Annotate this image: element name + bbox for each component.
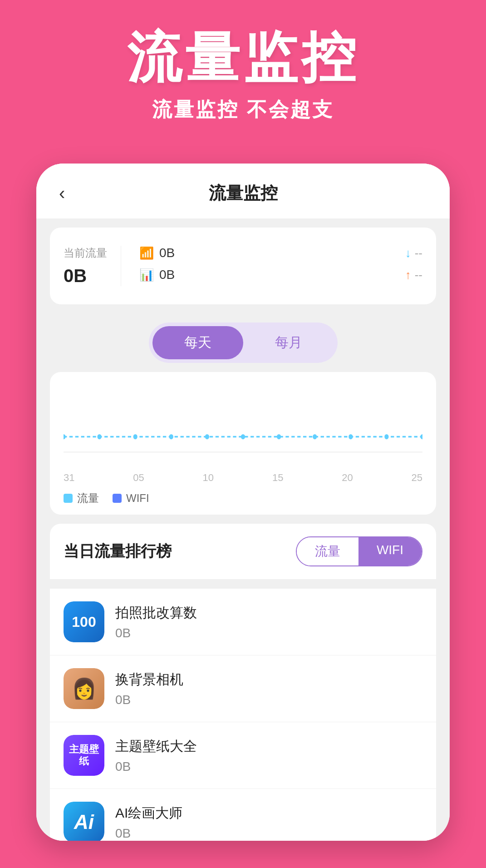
hero-title: 流量监控: [18, 27, 468, 87]
ranking-section: 当日流量排行榜 流量 WIFI 100 拍照批改算数 0B 👩 换背景相机 0B: [50, 524, 436, 841]
back-button[interactable]: ‹: [59, 183, 65, 203]
legend-wifi-label: WIFI: [126, 492, 149, 505]
app-header: ‹ 流量监控: [36, 164, 450, 218]
ranking-header: 当日流量排行榜 流量 WIFI: [50, 524, 436, 579]
upload-dir: ↑ --: [405, 268, 422, 282]
app-usage: 0B: [115, 626, 422, 640]
app-list-item: 👩 换背景相机 0B: [50, 655, 436, 722]
svg-point-2: [98, 434, 102, 439]
wifi-row: 📶 0B ↓ --: [139, 246, 422, 260]
x-label-15: 15: [272, 472, 283, 484]
svg-point-4: [169, 434, 173, 439]
wifi-icon: 📶: [139, 246, 154, 260]
traffic-details: 📶 0B ↓ -- 📊 0B ↑ --: [121, 246, 422, 286]
app-list-item: 100 拍照批改算数 0B: [50, 588, 436, 655]
app-list: 100 拍照批改算数 0B 👩 换背景相机 0B 主题壁纸 主题壁纸大全 0B …: [50, 588, 436, 841]
app-icon-ai: Ai: [64, 802, 104, 841]
app-usage: 0B: [115, 759, 422, 774]
app-name: 换背景相机: [115, 670, 422, 689]
app-list-item: 主题壁纸 主题壁纸大全 0B: [50, 722, 436, 789]
rank-wifi-option[interactable]: WIFI: [358, 537, 422, 565]
wifi-dot: [113, 494, 122, 503]
upload-arrow: ↑: [405, 268, 411, 282]
legend-traffic-label: 流量: [77, 491, 99, 506]
svg-point-8: [313, 434, 317, 439]
daily-option[interactable]: 每天: [152, 326, 243, 359]
download-value: --: [415, 246, 422, 260]
hero-subtitle: 流量监控 不会超支: [18, 96, 468, 123]
download-arrow: ↓: [405, 246, 411, 260]
legend-traffic: 流量: [64, 491, 99, 506]
svg-point-7: [277, 434, 281, 439]
x-label-25: 25: [411, 472, 422, 484]
upload-value: --: [415, 268, 422, 282]
stats-card: 当前流量 0B 📶 0B ↓ -- 📊 0B ↑ --: [50, 228, 436, 304]
app-info: AI绘画大师 0B: [115, 804, 422, 841]
ranking-title: 当日流量排行榜: [64, 541, 172, 562]
app-list-item: Ai AI绘画大师 0B: [50, 789, 436, 841]
x-label-31: 31: [64, 472, 74, 484]
app-screen: ‹ 流量监控 当前流量 0B 📶 0B ↓ -- 📊: [36, 164, 450, 841]
app-usage: 0B: [115, 693, 422, 707]
monthly-option[interactable]: 每月: [243, 326, 334, 359]
x-label-20: 20: [342, 472, 353, 484]
app-icon-homework: 100: [64, 601, 104, 642]
app-usage: 0B: [115, 826, 422, 841]
svg-point-5: [205, 434, 209, 439]
current-traffic-section: 当前流量 0B: [64, 246, 121, 286]
mobile-row: 📊 0B ↑ --: [139, 268, 422, 282]
app-icon-camera: 👩: [64, 668, 104, 709]
legend-wifi: WIFI: [113, 491, 149, 506]
rank-traffic-option[interactable]: 流量: [297, 537, 358, 565]
ranking-toggle: 流量 WIFI: [296, 536, 422, 566]
download-dir: ↓ --: [405, 246, 422, 260]
chart-canvas: [64, 386, 422, 467]
svg-point-11: [420, 434, 422, 439]
svg-point-9: [349, 434, 353, 439]
x-label-05: 05: [133, 472, 144, 484]
app-info: 主题壁纸大全 0B: [115, 737, 422, 774]
app-info: 拍照批改算数 0B: [115, 604, 422, 640]
chart-svg: [64, 386, 422, 467]
svg-point-10: [384, 434, 388, 439]
x-label-10: 10: [203, 472, 214, 484]
period-toggle: 每天 每月: [36, 322, 450, 363]
chart-legend: 流量 WIFI: [64, 491, 422, 506]
traffic-dot: [64, 494, 73, 503]
svg-point-3: [133, 434, 137, 439]
app-name: 拍照批改算数: [115, 604, 422, 622]
current-traffic-value: 0B: [64, 266, 87, 286]
hero-section: 流量监控 流量监控 不会超支: [0, 0, 486, 141]
app-info: 换背景相机 0B: [115, 670, 422, 707]
chart-area: 31 05 10 15 20 25 流量 WIFI: [50, 372, 436, 515]
chart-x-labels: 31 05 10 15 20 25: [64, 467, 422, 484]
app-name: AI绘画大师: [115, 804, 422, 823]
mobile-value: 0B: [159, 268, 400, 282]
svg-point-6: [241, 434, 245, 439]
screen-title: 流量监控: [209, 182, 278, 205]
app-icon-wallpaper: 主题壁纸: [64, 735, 104, 776]
wifi-value: 0B: [159, 246, 400, 260]
signal-icon: 📊: [139, 268, 154, 282]
toggle-pill: 每天 每月: [149, 322, 338, 363]
app-name: 主题壁纸大全: [115, 737, 422, 756]
phone-mockup: ‹ 流量监控 当前流量 0B 📶 0B ↓ -- 📊: [36, 164, 450, 841]
current-traffic-label: 当前流量: [64, 246, 107, 260]
svg-point-1: [64, 434, 66, 439]
